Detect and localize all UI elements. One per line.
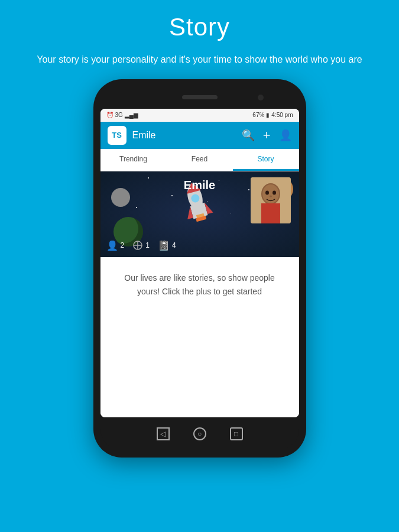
- tabs-bar: Trending Feed Story: [100, 149, 299, 171]
- star: [219, 180, 219, 181]
- status-left: ⏰ 3G ▂▄▆: [106, 112, 138, 118]
- star: [231, 213, 231, 213]
- crosshair-count-value: 1: [145, 241, 150, 249]
- planet-grey: [111, 188, 130, 207]
- alarm-icon: ⏰: [106, 112, 113, 118]
- tab-feed[interactable]: Feed: [167, 149, 233, 171]
- person-icon: 👤: [106, 240, 118, 251]
- svg-rect-10: [261, 203, 280, 223]
- star: [136, 207, 137, 208]
- home-icon: ○: [197, 430, 202, 438]
- recents-icon: □: [234, 430, 238, 438]
- phone-bottom-nav: ◁ ○ □: [100, 417, 299, 450]
- star: [248, 189, 249, 190]
- recents-button[interactable]: □: [230, 427, 243, 440]
- search-icon[interactable]: 🔍: [242, 129, 255, 142]
- phone-speaker: [182, 95, 218, 99]
- person-count-value: 2: [121, 241, 125, 249]
- crosshair-count: 1: [132, 240, 150, 251]
- story-header: Emile: [100, 171, 299, 257]
- status-bar: ⏰ 3G ▂▄▆ 67% ▮ 4:50 pm: [100, 109, 299, 122]
- app-bar-icons: 🔍 + 👤: [242, 128, 292, 143]
- profile-icon[interactable]: 👤: [279, 129, 292, 142]
- page-title: Story: [169, 13, 230, 41]
- story-username: Emile: [184, 179, 215, 192]
- home-button[interactable]: ○: [193, 427, 206, 440]
- phone-mockup: ⏰ 3G ▂▄▆ 67% ▮ 4:50 pm TS Emile 🔍 + 👤: [93, 79, 306, 458]
- app-logo: TS: [108, 126, 126, 145]
- story-cta: Our lives are like stories, so show peop…: [112, 271, 287, 300]
- app-bar-title: Emile: [132, 130, 236, 141]
- book-icon: 📓: [158, 240, 170, 251]
- story-icons-row: 👤 2 1 📓 4: [106, 240, 176, 251]
- star: [171, 195, 173, 196]
- book-count: 📓 4: [158, 240, 176, 251]
- svg-point-12: [265, 190, 269, 194]
- svg-point-13: [273, 190, 276, 194]
- svg-point-14: [270, 195, 272, 197]
- battery-icon: ▮: [266, 112, 270, 118]
- network-label: 3G: [115, 112, 123, 118]
- back-button[interactable]: ◁: [157, 427, 170, 440]
- phone-top-bezel: [100, 86, 299, 109]
- story-body: Our lives are like stories, so show peop…: [100, 257, 299, 417]
- star: [148, 177, 149, 179]
- battery-pct: 67%: [252, 112, 264, 118]
- back-icon: ◁: [160, 430, 166, 438]
- app-bar: TS Emile 🔍 + 👤: [100, 122, 299, 149]
- phone-camera: [258, 95, 264, 100]
- tab-story[interactable]: Story: [233, 149, 299, 171]
- status-right: 67% ▮ 4:50 pm: [252, 112, 293, 118]
- crosshair-icon: [132, 240, 143, 251]
- person-count: 👤 2: [106, 240, 125, 251]
- add-icon[interactable]: +: [263, 128, 271, 143]
- page-subtitle: Your story is your personality and it's …: [37, 52, 362, 67]
- time-display: 4:50 pm: [271, 112, 293, 118]
- logo-text: TS: [112, 131, 122, 140]
- book-count-value: 4: [172, 241, 176, 249]
- phone-screen: ⏰ 3G ▂▄▆ 67% ▮ 4:50 pm TS Emile 🔍 + 👤: [100, 109, 299, 417]
- signal-bars: ▂▄▆: [125, 112, 138, 118]
- tab-trending[interactable]: Trending: [100, 149, 167, 171]
- profile-photo: [251, 177, 291, 223]
